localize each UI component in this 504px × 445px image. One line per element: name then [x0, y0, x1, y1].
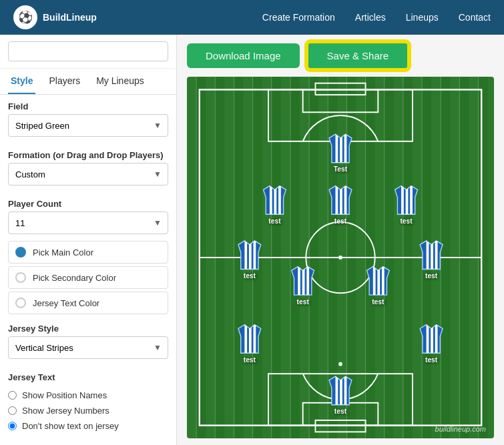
svg-rect-27 [244, 240, 247, 272]
radio-numbers-label: Show Jersey Numbers [22, 406, 109, 416]
jersey-text-label: Jersey Text [0, 366, 176, 385]
svg-text:test: test [400, 217, 413, 225]
svg-rect-57 [344, 133, 347, 165]
svg-rect-31 [427, 240, 429, 272]
main-container: Style Players My Lineups Field Striped G… [0, 35, 504, 445]
svg-rect-25 [435, 324, 438, 356]
formation-label: Formation (or Drag and Drop Players) [0, 143, 176, 163]
radio-no-text[interactable]: Don't show text on jersey [8, 418, 168, 434]
svg-rect-19 [244, 324, 247, 356]
svg-text:test: test [372, 298, 385, 306]
player-count-select-wrapper: 11 10 9 8 7 ▼ [8, 211, 168, 234]
formation-select-wrapper: Custom 4-4-2 4-3-3 3-5-2 4-5-1 ▼ [8, 163, 168, 185]
svg-rect-17 [344, 375, 347, 407]
main-color-dot [15, 247, 26, 258]
download-button[interactable]: Download Image [187, 43, 300, 68]
search-input[interactable] [8, 41, 168, 61]
svg-rect-39 [373, 266, 376, 298]
svg-rect-49 [344, 185, 347, 217]
svg-rect-47 [335, 185, 338, 217]
svg-rect-37 [306, 266, 309, 298]
svg-text:test: test [425, 356, 438, 364]
svg-rect-23 [427, 324, 429, 356]
pick-main-color[interactable]: Pick Main Color [8, 241, 168, 264]
secondary-color-label: Pick Secondary Color [33, 273, 116, 283]
field-select[interactable]: Striped Green Plain Green Dark Green Blu… [8, 114, 168, 137]
svg-rect-29 [254, 240, 256, 272]
football-field: testtesttesttesttesttesttesttesttesttest… [187, 77, 494, 438]
svg-text:test: test [244, 356, 256, 364]
player-count-select[interactable]: 11 10 9 8 7 [8, 211, 168, 234]
radio-no-text-label: Don't show text on jersey [22, 421, 119, 431]
pick-secondary-color[interactable]: Pick Secondary Color [8, 266, 168, 289]
soccer-ball-icon: ⚽ [18, 10, 33, 25]
field-container: testtesttesttesttesttesttesttesttesttest… [177, 77, 504, 445]
header: ⚽ BuildLineup Create Formation Articles … [0, 0, 504, 35]
nav-contact[interactable]: Contact [459, 12, 491, 23]
radio-show-numbers[interactable]: Show Jersey Numbers [8, 403, 168, 418]
svg-text:Test: Test [334, 165, 348, 173]
player-count-label: Player Count [0, 192, 176, 211]
nav-lineups[interactable]: Lineups [406, 12, 439, 23]
nav-create-formation[interactable]: Create Formation [262, 12, 335, 23]
secondary-color-dot [15, 272, 26, 283]
radio-no-text-input[interactable] [8, 422, 17, 430]
svg-text:test: test [334, 217, 347, 225]
svg-rect-15 [335, 375, 338, 407]
svg-text:test: test [425, 272, 438, 280]
jersey-style-select[interactable]: Vertical Stripes Plain Horizontal Stripe… [8, 336, 168, 359]
jersey-text-color-dot [15, 298, 26, 308]
field-label: Field [0, 95, 176, 114]
radio-show-position[interactable]: Show Position Names [8, 388, 168, 403]
radio-position-label: Show Position Names [22, 390, 107, 400]
svg-rect-51 [401, 185, 404, 217]
svg-text:test: test [297, 298, 310, 306]
main-color-label: Pick Main Color [33, 248, 93, 258]
svg-rect-35 [298, 266, 300, 298]
search-area [0, 35, 176, 69]
svg-text:test: test [334, 408, 347, 415]
svg-rect-43 [270, 185, 272, 217]
svg-rect-41 [382, 266, 385, 298]
nav-links: Create Formation Articles Lineups Contac… [262, 12, 491, 23]
logo-text: BuildLineup [43, 12, 97, 23]
jersey-text-color-label: Jersey Text Color [33, 298, 99, 308]
logo-icon: ⚽ [13, 5, 37, 29]
tab-style[interactable]: Style [8, 69, 35, 94]
jersey-style-select-wrapper: Vertical Stripes Plain Horizontal Stripe… [8, 336, 168, 359]
jersey-text-radio-group: Show Position Names Show Jersey Numbers … [0, 385, 176, 436]
svg-text:test: test [268, 217, 281, 225]
radio-position-input[interactable] [8, 391, 17, 400]
nav-articles[interactable]: Articles [355, 12, 386, 23]
svg-rect-53 [410, 185, 413, 217]
field-select-wrapper: Striped Green Plain Green Dark Green Blu… [8, 114, 168, 137]
tabs: Style Players My Lineups [0, 69, 176, 95]
watermark: buildlineup.com [435, 425, 486, 433]
formation-select[interactable]: Custom 4-4-2 4-3-3 3-5-2 4-5-1 [8, 163, 168, 185]
radio-numbers-input[interactable] [8, 406, 17, 415]
logo[interactable]: ⚽ BuildLineup [13, 5, 97, 29]
content-area: Download Image Save & Share [177, 35, 504, 445]
tab-players[interactable]: Players [46, 69, 83, 94]
jersey-style-label: Jersey Style [0, 317, 176, 336]
save-share-button[interactable]: Save & Share [306, 41, 410, 70]
action-bar: Download Image Save & Share [177, 35, 504, 77]
svg-rect-55 [335, 133, 338, 165]
tab-my-lineups[interactable]: My Lineups [93, 69, 147, 94]
sidebar: Style Players My Lineups Field Striped G… [0, 35, 177, 445]
jersey-text-color[interactable]: Jersey Text Color [8, 292, 168, 314]
svg-rect-45 [278, 185, 281, 217]
svg-rect-21 [254, 324, 256, 356]
svg-text:test: test [244, 272, 256, 280]
svg-rect-33 [435, 240, 438, 272]
